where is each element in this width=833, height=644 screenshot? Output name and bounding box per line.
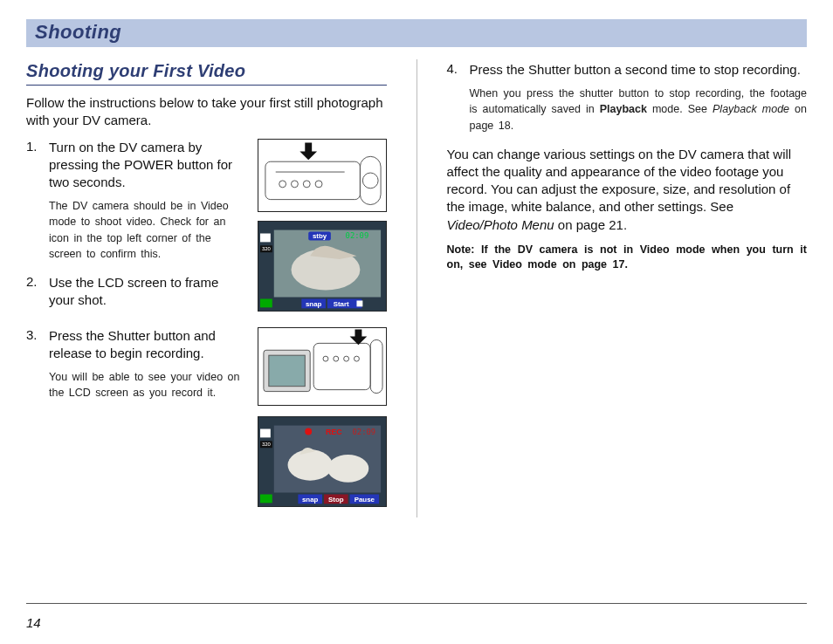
section-title: Shooting your First Video [26,56,387,86]
svg-text:320: 320 [261,442,271,447]
figure-item: 320 REC 02:09 snap Stop Pause [26,416,387,507]
step-item: 4. Press the Shutter button a second tim… [447,61,808,134]
svg-rect-23 [356,300,362,306]
step-number: 2. [26,274,38,289]
svg-rect-31 [268,355,304,387]
svg-marker-8 [299,142,317,160]
svg-rect-1 [360,156,381,204]
footer-rule [26,603,807,604]
svg-text:02:09: 02:09 [352,428,375,436]
step-item: 1. Turn on the DV camera by pressing the… [26,139,387,312]
svg-point-6 [315,180,322,187]
steps-list-right: 4. Press the Shutter button a second tim… [447,61,808,134]
svg-point-3 [279,180,286,187]
figure-lcd-recording: 320 REC 02:09 snap Stop Pause [258,416,387,507]
step-number: 1. [26,139,38,154]
chapter-title-bar: Shooting [26,19,807,47]
figure-stack: 320 stby 02:09 snap Start [258,139,387,312]
svg-text:snap: snap [305,300,321,308]
svg-rect-18 [259,298,272,307]
body-paragraph: You can change various settings on the D… [447,146,808,234]
svg-rect-37 [259,428,270,437]
svg-rect-24 [313,343,370,389]
svg-text:stby: stby [312,232,327,240]
note-paragraph: Note: If the DV camera is not in Video m… [447,243,808,272]
svg-text:REC: REC [325,428,341,436]
right-column: 4. Press the Shutter button a second tim… [447,56,808,517]
svg-rect-0 [265,161,360,199]
step-desc: When you press the shutter button to sto… [470,86,808,133]
figure-lcd-standby: 320 stby 02:09 snap Start [258,221,387,312]
svg-point-40 [305,428,312,435]
step-item: 3. Press the Shutter button and release … [26,327,387,406]
figure-camera-lcd-open [258,327,387,406]
steps-list-left: 1. Turn on the DV camera by pressing the… [26,139,387,507]
svg-point-26 [322,356,327,361]
svg-point-29 [354,356,359,361]
left-column: Shooting your First Video Follow the ins… [26,56,387,517]
svg-point-7 [362,173,378,188]
svg-text:02:09: 02:09 [345,231,368,240]
svg-text:320: 320 [261,246,271,251]
step-text: Press the Shutter button a second time t… [470,61,808,79]
step-desc: You will be able to see your video on th… [49,369,245,401]
step-text: Use the LCD screen to frame your shot. [49,274,245,310]
page-number: 14 [26,615,41,630]
svg-point-28 [343,356,348,361]
svg-point-27 [333,356,338,361]
step-number: 3. [26,327,38,342]
svg-rect-25 [370,339,382,393]
svg-rect-12 [259,233,270,242]
svg-point-4 [291,180,298,187]
two-column-layout: Shooting your First Video Follow the ins… [26,56,807,517]
svg-point-35 [287,449,332,481]
column-divider [416,59,417,517]
step-text: Press the Shutter button and release to … [49,327,245,363]
chapter-title: Shooting [35,21,121,43]
svg-point-5 [303,180,310,187]
svg-text:snap: snap [301,496,318,504]
figure-camera-top [258,139,387,212]
svg-marker-32 [349,329,367,345]
step-desc: The DV camera should be in Video mode to… [49,198,245,262]
svg-rect-43 [259,494,272,503]
intro-paragraph: Follow the instructions below to take yo… [26,94,387,130]
step-text: Turn on the DV camera by pressing the PO… [49,139,245,192]
svg-text:Stop: Stop [328,496,344,504]
svg-point-36 [327,455,368,483]
svg-text:Pause: Pause [354,496,375,504]
step-number: 4. [447,61,458,76]
svg-text:Start: Start [333,300,348,308]
